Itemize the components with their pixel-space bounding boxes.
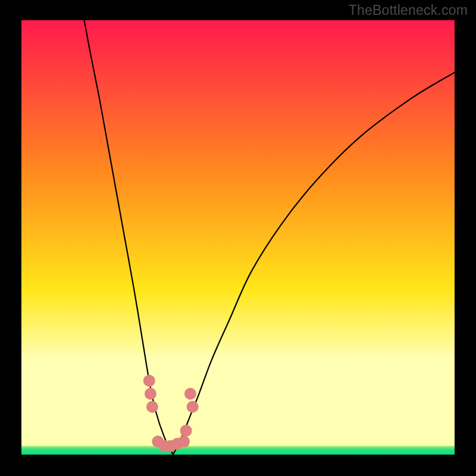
frame-right xyxy=(455,0,476,476)
trough-marker xyxy=(143,375,155,387)
frame-left xyxy=(0,0,21,476)
chart-stage: TheBottleneck.com xyxy=(0,0,476,476)
plot-area xyxy=(0,0,476,476)
gradient-background xyxy=(21,20,455,455)
bottleneck-chart xyxy=(0,0,476,476)
trough-marker xyxy=(178,436,190,447)
watermark-text: TheBottleneck.com xyxy=(349,2,468,18)
trough-marker xyxy=(145,388,156,400)
trough-marker xyxy=(180,425,192,437)
green-bottom-band xyxy=(21,446,455,455)
frame-bottom xyxy=(0,455,476,476)
trough-marker xyxy=(146,401,158,413)
trough-marker xyxy=(187,401,199,413)
trough-marker xyxy=(184,388,196,400)
